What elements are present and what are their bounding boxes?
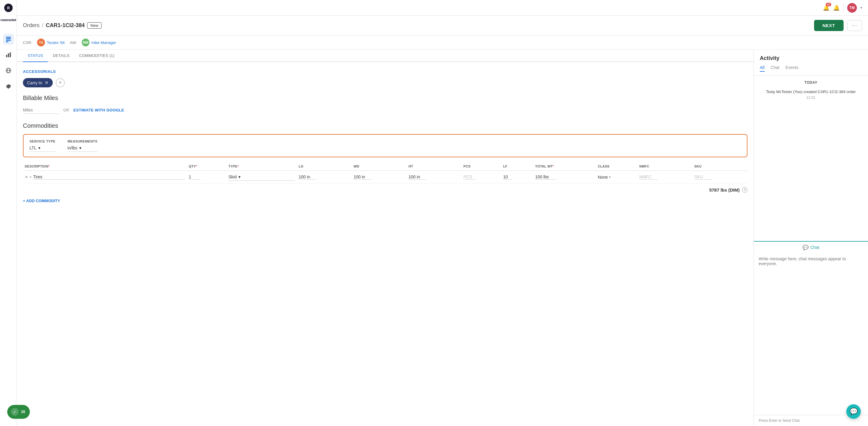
col-lg: LG (297, 162, 352, 171)
lf-input[interactable] (503, 174, 513, 179)
type-arrow: ▾ (239, 174, 241, 179)
logo: R (1, 4, 16, 14)
activity-tab-chat[interactable]: Chat (771, 65, 780, 72)
col-total-wt: TOTAL WT* (533, 162, 596, 171)
description-input[interactable] (33, 174, 185, 179)
add-commodity-button[interactable]: + ADD COMMODITY (23, 199, 60, 203)
status-badge: New (87, 22, 101, 29)
notification-bell[interactable]: 🔔 47 (823, 4, 830, 11)
col-pcs: PCS (462, 162, 501, 171)
lg-input[interactable] (299, 174, 317, 179)
activity-text: Testy McTester (You) created CAR1-1CI2-3… (760, 89, 862, 95)
chat-more-options[interactable]: ··· (858, 418, 863, 423)
td-pcs (462, 171, 501, 184)
chat-input[interactable] (758, 256, 863, 271)
chat-fab[interactable]: 💬 (846, 404, 861, 419)
row-delete[interactable]: ✕ (25, 175, 28, 179)
td-type: Skid ▾ (227, 171, 297, 184)
td-sku (692, 171, 747, 184)
header-actions: NEXT ··· (814, 20, 862, 31)
csr-am-row: CSR: TS Teodor SK AM: MM mike Manager (17, 36, 868, 50)
col-sku: SKU (692, 162, 747, 171)
logo-icon: R (4, 4, 13, 12)
activity-tab-events[interactable]: Events (785, 65, 798, 72)
td-total-wt (533, 171, 596, 184)
ht-input[interactable] (409, 174, 427, 179)
am-label: AM: (70, 40, 77, 45)
td-lf (501, 171, 533, 184)
am-info: MM mike Manager (82, 39, 116, 46)
app-container: R roserocket 🔔 47 (0, 0, 868, 426)
csr-info: TS Teodor SK (37, 39, 65, 46)
dim-info-icon[interactable]: ? (742, 187, 747, 193)
carry-in-label: Carry In (27, 80, 42, 85)
user-dropdown-arrow[interactable]: ▾ (861, 6, 862, 9)
td-wd (352, 171, 407, 184)
commodity-table: DESCRIPTION* QTY* TYPE* LG WD HT PCS LF … (23, 162, 747, 184)
sidebar-item-globe[interactable] (3, 65, 14, 76)
right-panel: Activity All Chat Events TODAY Testy McT… (753, 50, 868, 426)
notification-count: 47 (826, 3, 831, 6)
wd-input[interactable] (353, 174, 372, 179)
service-type-value: LTL (30, 145, 36, 150)
top-nav: 🔔 47 🔔 TM ▾ (17, 0, 868, 16)
toast-notification: ✓ 26 (7, 405, 30, 419)
estimate-link[interactable]: ESTIMATE WITH GOOGLE (73, 108, 124, 112)
col-description: DESCRIPTION* (23, 162, 187, 171)
activity-content: TODAY Testy McTester (You) created CAR1-… (754, 76, 868, 241)
today-label: TODAY (760, 80, 862, 85)
td-nmfc (638, 171, 692, 184)
activity-tabs: All Chat Events (760, 65, 862, 72)
page-header: Orders / CAR1-1CI2-384 New NEXT ··· (17, 16, 868, 36)
carry-in-close[interactable]: ✕ (44, 80, 49, 86)
sidebar-item-orders[interactable] (3, 34, 14, 44)
qty-input[interactable] (189, 174, 201, 179)
col-class: CLASS (596, 162, 638, 171)
activity-tab-all[interactable]: All (760, 65, 765, 72)
service-type-select[interactable]: LTL ▾ (30, 144, 56, 152)
svg-rect-5 (6, 41, 8, 42)
nmfc-input[interactable] (639, 174, 657, 179)
commodity-box-header: SERVICE TYPE LTL ▾ MEASUREMENTS in/lbs (30, 139, 741, 152)
tab-status[interactable]: STATUS (23, 50, 48, 62)
class-select[interactable]: None ▾ (598, 175, 636, 179)
activity-title: Activity (760, 55, 862, 62)
next-button[interactable]: NEXT (814, 20, 844, 31)
type-value: Skid (228, 174, 237, 179)
activity-time: 12:31 (760, 96, 862, 100)
csr-avatar: TS (37, 39, 45, 46)
tab-bar: STATUS DETAILS COMMODITIES (1) (17, 50, 753, 62)
add-accessorial-button[interactable]: + (56, 78, 65, 87)
col-lf: LF (501, 162, 533, 171)
user-avatar[interactable]: TM (847, 3, 857, 13)
pcs-input[interactable] (464, 174, 475, 179)
type-select[interactable]: Skid ▾ (228, 173, 295, 181)
activity-item: Testy McTester (You) created CAR1-1CI2-3… (760, 89, 862, 100)
tab-details[interactable]: DETAILS (48, 50, 74, 62)
service-type-label: SERVICE TYPE (30, 139, 56, 143)
total-weight-row: 5787 lbs (DIM) ? (23, 184, 747, 196)
miles-input[interactable] (23, 106, 59, 114)
measurements-label: MEASUREMENTS (67, 139, 98, 143)
col-type: TYPE* (227, 162, 297, 171)
chat-divider: 💬 Chat (754, 241, 868, 253)
order-id: CAR1-1CI2-384 (46, 22, 85, 29)
sku-input[interactable] (694, 174, 712, 179)
sidebar-item-analytics[interactable] (3, 50, 14, 60)
total-wt-input[interactable] (535, 174, 556, 179)
row-expand[interactable]: ▾ (30, 175, 31, 179)
commodities-heading: Commodities (23, 122, 747, 129)
topnav-right: 🔔 47 🔔 TM ▾ (823, 3, 862, 13)
content-wrapper: STATUS DETAILS COMMODITIES (1) ACCESSORI… (17, 50, 868, 426)
breadcrumb-orders[interactable]: Orders (23, 22, 39, 29)
more-options-button[interactable]: ··· (847, 20, 862, 31)
csr-name[interactable]: Teodor SK (47, 40, 65, 45)
tab-commodities[interactable]: COMMODITIES (1) (74, 50, 119, 62)
alert-icon[interactable]: 🔔 (833, 4, 840, 11)
col-ht: HT (407, 162, 462, 171)
am-name[interactable]: mike Manager (91, 40, 116, 45)
service-type-group: SERVICE TYPE LTL ▾ (30, 139, 56, 152)
sidebar-item-settings[interactable] (3, 81, 14, 92)
measurements-select[interactable]: in/lbs ▾ (67, 144, 98, 152)
status-content: ACCESSORIALS Carry In ✕ + Billable Miles… (17, 62, 753, 210)
